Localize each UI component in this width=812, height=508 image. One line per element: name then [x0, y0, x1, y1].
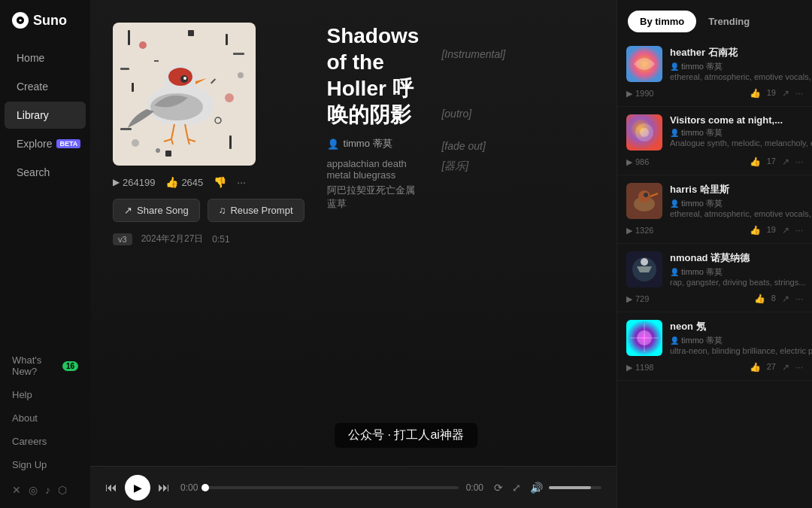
- song-item-tags-2: Analogue synth, melodic, melancholy, eth…: [670, 138, 812, 148]
- song-date: 2024年2月27日: [141, 233, 204, 245]
- more-btn-5[interactable]: ···: [795, 362, 803, 373]
- like-btn-5[interactable]: 👍: [750, 362, 761, 373]
- sidebar-item-library[interactable]: Library: [5, 102, 86, 129]
- song-item-info-4: nmonad 诺莫纳德 👤 timmo 蒂莫 rap, gangster, dr…: [670, 251, 805, 287]
- song-thumb-5: [626, 320, 662, 356]
- song-item-title-1: heather 石南花: [670, 46, 790, 59]
- svg-point-35: [640, 128, 649, 137]
- song-item-stats-5: ▶ 1198 👍 27 ↗ ···: [626, 362, 803, 373]
- more-btn-4[interactable]: ···: [795, 294, 803, 304]
- right-panel: By timmo Trending: [617, 0, 812, 508]
- player-right: ⟳ ⤢ 🔊: [494, 482, 601, 494]
- expand-icon[interactable]: ⤢: [512, 482, 521, 494]
- play-icon-2: ▶: [626, 157, 632, 167]
- reuse-prompt-button[interactable]: ♫ Reuse Prompt: [208, 199, 304, 222]
- song-genre-zh: 阿巴拉契亚死亡金属蓝草: [327, 184, 420, 211]
- sidebar-item-search[interactable]: Search: [5, 159, 86, 186]
- like-btn-2[interactable]: 👍: [750, 157, 761, 167]
- more-btn-2[interactable]: ···: [795, 157, 803, 167]
- song-item-author-5: 👤 timmo 蒂莫: [670, 335, 812, 346]
- list-item[interactable]: neon 氖 👤 timmo 蒂莫 ultra-neon, blinding b…: [617, 312, 812, 381]
- song-thumb-4: [626, 251, 662, 287]
- song-item-stats-1: ▶ 1990 👍 19 ↗ ···: [626, 88, 803, 99]
- list-item[interactable]: nmonad 诺莫纳德 👤 timmo 蒂莫 rap, gangster, dr…: [617, 244, 812, 312]
- song-thumb-1: [626, 46, 662, 82]
- lyric-instrumental-zh: [器乐]: [441, 157, 617, 175]
- main-content: ▶ 264199 👍 2645 👎 ··· ↗ Share Song: [90, 0, 617, 508]
- more-icon[interactable]: ···: [237, 176, 246, 188]
- sidebar-item-create[interactable]: Create: [5, 73, 86, 100]
- share-btn-4[interactable]: ↗: [782, 294, 789, 304]
- song-info: Shadows of the Holler 呼唤的阴影 👤 timmo 蒂莫 a…: [327, 23, 420, 458]
- song-item-title-4: nmonad 诺莫纳德: [670, 251, 790, 265]
- volume-bar[interactable]: [549, 486, 601, 489]
- progress-bar[interactable]: [205, 486, 458, 489]
- signup-item[interactable]: Sign Up: [5, 453, 86, 476]
- about-item[interactable]: About: [5, 406, 86, 430]
- svg-rect-3: [226, 34, 228, 45]
- next-button[interactable]: ⏭: [158, 481, 170, 494]
- share-song-button[interactable]: ↗ Share Song: [113, 199, 200, 222]
- more-btn-1[interactable]: ···: [795, 88, 803, 99]
- play-icon-4: ▶: [626, 294, 632, 304]
- twitter-icon[interactable]: ✕: [12, 484, 21, 496]
- share-btn-5[interactable]: ↗: [782, 362, 789, 373]
- like-icon[interactable]: 👍: [165, 176, 178, 188]
- svg-rect-5: [233, 53, 244, 55]
- play-pause-button[interactable]: ▶: [125, 475, 150, 500]
- tab-trending[interactable]: Trending: [696, 11, 762, 32]
- share-icon: ↗: [124, 205, 132, 216]
- help-item[interactable]: Help: [5, 383, 86, 406]
- song-item-info-3: harris 哈里斯 👤 timmo 蒂莫 ethereal, atmosphe…: [670, 183, 812, 218]
- song-item-author-3: 👤 timmo 蒂莫: [670, 198, 812, 209]
- loop-icon[interactable]: ⟳: [494, 482, 503, 494]
- prev-button[interactable]: ⏮: [105, 481, 117, 494]
- current-time: 0:00: [180, 482, 198, 493]
- share-btn-3[interactable]: ↗: [782, 225, 789, 236]
- svg-point-43: [641, 258, 648, 266]
- song-item-info-5: neon 氖 👤 timmo 蒂莫 ultra-neon, blinding b…: [670, 320, 812, 355]
- play-icon-5: ▶: [626, 363, 632, 373]
- sidebar-item-home[interactable]: Home: [5, 44, 86, 71]
- discord-icon[interactable]: ⬡: [58, 484, 67, 496]
- tab-by-timmo[interactable]: By timmo: [628, 11, 696, 32]
- like-btn-1[interactable]: 👍: [750, 88, 761, 99]
- play-icon-3: ▶: [626, 226, 632, 236]
- share-btn-2[interactable]: ↗: [782, 157, 789, 167]
- sidebar-item-explore[interactable]: Explore BETA: [5, 130, 86, 157]
- lyric-instrumental: [Instrumental]: [441, 45, 617, 64]
- song-item-tags-4: rap, gangster, driving beats, strings...: [670, 278, 805, 287]
- song-item-tags-1: ethereal, atmospheric, emotive vocals, i…: [670, 72, 812, 81]
- svg-point-19: [183, 77, 186, 80]
- share-btn-1[interactable]: ↗: [782, 88, 789, 99]
- song-genre-en: appalachian death metal bluegrass: [327, 158, 420, 181]
- song-author[interactable]: 👤 timmo 蒂莫: [327, 137, 420, 151]
- like-btn-4[interactable]: 👍: [754, 294, 765, 304]
- like-btn-3[interactable]: 👍: [750, 225, 761, 236]
- svg-point-39: [644, 193, 648, 197]
- like-count: 2645: [181, 177, 203, 188]
- logo[interactable]: Suno: [0, 12, 90, 44]
- lyrics-panel: [Instrumental] [outro] [fade out] [器乐]: [441, 23, 617, 458]
- sidebar-bottom: What's New? 16 Help About Careers Sign U…: [0, 348, 90, 496]
- more-btn-3[interactable]: ···: [795, 225, 803, 236]
- volume-area: 🔊: [530, 482, 601, 494]
- careers-item[interactable]: Careers: [5, 430, 86, 453]
- songs-list: heather 石南花 👤 timmo 蒂莫 ethereal, atmosph…: [617, 32, 812, 508]
- song-cover: ▶ 264199 👍 2645 👎 ··· ↗ Share Song: [113, 23, 304, 458]
- list-item[interactable]: harris 哈里斯 👤 timmo 蒂莫 ethereal, atmosphe…: [617, 175, 812, 244]
- list-item[interactable]: heather 石南花 👤 timmo 蒂莫 ethereal, atmosph…: [617, 38, 812, 107]
- tiktok-icon[interactable]: ♪: [45, 484, 50, 496]
- logo-icon: [12, 12, 29, 29]
- song-item-tags-3: ethereal, atmospheric, emotive vocals, i…: [670, 209, 812, 218]
- svg-point-4: [139, 41, 147, 49]
- song-item-info-2: Visitors come at night,... 👤 timmo 蒂莫 An…: [670, 114, 812, 148]
- dislike-icon[interactable]: 👎: [214, 176, 226, 188]
- song-item-title-5: neon 氖: [670, 320, 790, 333]
- whats-new-item[interactable]: What's New? 16: [5, 348, 86, 383]
- list-item[interactable]: Visitors come at night,... 👤 timmo 蒂莫 An…: [617, 107, 812, 175]
- song-item-tags-5: ultra-neon, blinding brilliance, electri…: [670, 346, 812, 355]
- instagram-icon[interactable]: ◎: [29, 484, 38, 496]
- volume-icon[interactable]: 🔊: [530, 482, 543, 494]
- svg-rect-13: [188, 30, 194, 36]
